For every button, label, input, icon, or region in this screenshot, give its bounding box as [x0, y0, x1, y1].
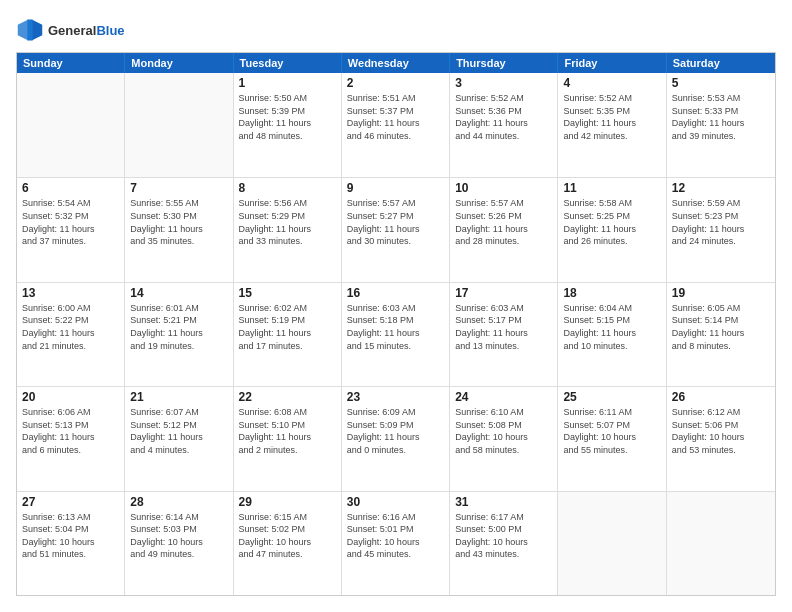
- day-number: 20: [22, 390, 119, 404]
- cell-info: Sunrise: 5:57 AM Sunset: 5:26 PM Dayligh…: [455, 197, 552, 247]
- calendar-row-2: 13Sunrise: 6:00 AM Sunset: 5:22 PM Dayli…: [17, 282, 775, 386]
- cell-info: Sunrise: 5:56 AM Sunset: 5:29 PM Dayligh…: [239, 197, 336, 247]
- cell-info: Sunrise: 6:15 AM Sunset: 5:02 PM Dayligh…: [239, 511, 336, 561]
- cell-info: Sunrise: 5:59 AM Sunset: 5:23 PM Dayligh…: [672, 197, 770, 247]
- day-number: 9: [347, 181, 444, 195]
- day-number: 6: [22, 181, 119, 195]
- calendar-cell: 2Sunrise: 5:51 AM Sunset: 5:37 PM Daylig…: [342, 73, 450, 177]
- calendar-cell: 11Sunrise: 5:58 AM Sunset: 5:25 PM Dayli…: [558, 178, 666, 281]
- day-number: 8: [239, 181, 336, 195]
- calendar-header: SundayMondayTuesdayWednesdayThursdayFrid…: [17, 53, 775, 73]
- calendar-cell: 9Sunrise: 5:57 AM Sunset: 5:27 PM Daylig…: [342, 178, 450, 281]
- calendar-cell: 16Sunrise: 6:03 AM Sunset: 5:18 PM Dayli…: [342, 283, 450, 386]
- day-number: 4: [563, 76, 660, 90]
- calendar-cell: 27Sunrise: 6:13 AM Sunset: 5:04 PM Dayli…: [17, 492, 125, 595]
- calendar-cell: 25Sunrise: 6:11 AM Sunset: 5:07 PM Dayli…: [558, 387, 666, 490]
- cell-info: Sunrise: 6:14 AM Sunset: 5:03 PM Dayligh…: [130, 511, 227, 561]
- header-day-tuesday: Tuesday: [234, 53, 342, 73]
- cell-info: Sunrise: 5:52 AM Sunset: 5:35 PM Dayligh…: [563, 92, 660, 142]
- cell-info: Sunrise: 6:07 AM Sunset: 5:12 PM Dayligh…: [130, 406, 227, 456]
- day-number: 26: [672, 390, 770, 404]
- header-day-thursday: Thursday: [450, 53, 558, 73]
- calendar-cell: 12Sunrise: 5:59 AM Sunset: 5:23 PM Dayli…: [667, 178, 775, 281]
- cell-info: Sunrise: 6:01 AM Sunset: 5:21 PM Dayligh…: [130, 302, 227, 352]
- page: GeneralBlue SundayMondayTuesdayWednesday…: [0, 0, 792, 612]
- calendar-cell: 17Sunrise: 6:03 AM Sunset: 5:17 PM Dayli…: [450, 283, 558, 386]
- calendar-row-0: 1Sunrise: 5:50 AM Sunset: 5:39 PM Daylig…: [17, 73, 775, 177]
- header: GeneralBlue: [16, 16, 776, 44]
- day-number: 18: [563, 286, 660, 300]
- cell-info: Sunrise: 6:00 AM Sunset: 5:22 PM Dayligh…: [22, 302, 119, 352]
- day-number: 17: [455, 286, 552, 300]
- cell-info: Sunrise: 6:02 AM Sunset: 5:19 PM Dayligh…: [239, 302, 336, 352]
- calendar-cell: 19Sunrise: 6:05 AM Sunset: 5:14 PM Dayli…: [667, 283, 775, 386]
- cell-info: Sunrise: 5:50 AM Sunset: 5:39 PM Dayligh…: [239, 92, 336, 142]
- calendar-cell: 3Sunrise: 5:52 AM Sunset: 5:36 PM Daylig…: [450, 73, 558, 177]
- cell-info: Sunrise: 6:03 AM Sunset: 5:18 PM Dayligh…: [347, 302, 444, 352]
- calendar-cell: 22Sunrise: 6:08 AM Sunset: 5:10 PM Dayli…: [234, 387, 342, 490]
- cell-info: Sunrise: 6:10 AM Sunset: 5:08 PM Dayligh…: [455, 406, 552, 456]
- calendar-cell: [558, 492, 666, 595]
- day-number: 24: [455, 390, 552, 404]
- logo-text: GeneralBlue: [48, 23, 125, 38]
- day-number: 19: [672, 286, 770, 300]
- cell-info: Sunrise: 5:53 AM Sunset: 5:33 PM Dayligh…: [672, 92, 770, 142]
- day-number: 13: [22, 286, 119, 300]
- day-number: 15: [239, 286, 336, 300]
- cell-info: Sunrise: 6:09 AM Sunset: 5:09 PM Dayligh…: [347, 406, 444, 456]
- day-number: 30: [347, 495, 444, 509]
- calendar-row-3: 20Sunrise: 6:06 AM Sunset: 5:13 PM Dayli…: [17, 386, 775, 490]
- calendar-cell: 15Sunrise: 6:02 AM Sunset: 5:19 PM Dayli…: [234, 283, 342, 386]
- cell-info: Sunrise: 5:54 AM Sunset: 5:32 PM Dayligh…: [22, 197, 119, 247]
- cell-info: Sunrise: 6:04 AM Sunset: 5:15 PM Dayligh…: [563, 302, 660, 352]
- calendar-cell: 26Sunrise: 6:12 AM Sunset: 5:06 PM Dayli…: [667, 387, 775, 490]
- calendar-cell: 21Sunrise: 6:07 AM Sunset: 5:12 PM Dayli…: [125, 387, 233, 490]
- day-number: 25: [563, 390, 660, 404]
- cell-info: Sunrise: 6:03 AM Sunset: 5:17 PM Dayligh…: [455, 302, 552, 352]
- calendar-cell: 14Sunrise: 6:01 AM Sunset: 5:21 PM Dayli…: [125, 283, 233, 386]
- svg-rect-3: [27, 20, 32, 41]
- calendar-cell: [125, 73, 233, 177]
- calendar-cell: 30Sunrise: 6:16 AM Sunset: 5:01 PM Dayli…: [342, 492, 450, 595]
- day-number: 7: [130, 181, 227, 195]
- logo-icon: [16, 16, 44, 44]
- day-number: 5: [672, 76, 770, 90]
- day-number: 3: [455, 76, 552, 90]
- calendar-row-1: 6Sunrise: 5:54 AM Sunset: 5:32 PM Daylig…: [17, 177, 775, 281]
- cell-info: Sunrise: 6:06 AM Sunset: 5:13 PM Dayligh…: [22, 406, 119, 456]
- cell-info: Sunrise: 5:57 AM Sunset: 5:27 PM Dayligh…: [347, 197, 444, 247]
- header-day-monday: Monday: [125, 53, 233, 73]
- cell-info: Sunrise: 5:51 AM Sunset: 5:37 PM Dayligh…: [347, 92, 444, 142]
- calendar-cell: 20Sunrise: 6:06 AM Sunset: 5:13 PM Dayli…: [17, 387, 125, 490]
- calendar-cell: [17, 73, 125, 177]
- calendar-cell: 6Sunrise: 5:54 AM Sunset: 5:32 PM Daylig…: [17, 178, 125, 281]
- cell-info: Sunrise: 6:11 AM Sunset: 5:07 PM Dayligh…: [563, 406, 660, 456]
- day-number: 10: [455, 181, 552, 195]
- day-number: 28: [130, 495, 227, 509]
- calendar-cell: 4Sunrise: 5:52 AM Sunset: 5:35 PM Daylig…: [558, 73, 666, 177]
- calendar-cell: 13Sunrise: 6:00 AM Sunset: 5:22 PM Dayli…: [17, 283, 125, 386]
- day-number: 16: [347, 286, 444, 300]
- calendar-cell: 31Sunrise: 6:17 AM Sunset: 5:00 PM Dayli…: [450, 492, 558, 595]
- calendar-cell: 18Sunrise: 6:04 AM Sunset: 5:15 PM Dayli…: [558, 283, 666, 386]
- day-number: 22: [239, 390, 336, 404]
- cell-info: Sunrise: 5:52 AM Sunset: 5:36 PM Dayligh…: [455, 92, 552, 142]
- cell-info: Sunrise: 5:58 AM Sunset: 5:25 PM Dayligh…: [563, 197, 660, 247]
- cell-info: Sunrise: 6:17 AM Sunset: 5:00 PM Dayligh…: [455, 511, 552, 561]
- calendar-cell: 1Sunrise: 5:50 AM Sunset: 5:39 PM Daylig…: [234, 73, 342, 177]
- calendar-cell: 28Sunrise: 6:14 AM Sunset: 5:03 PM Dayli…: [125, 492, 233, 595]
- cell-info: Sunrise: 5:55 AM Sunset: 5:30 PM Dayligh…: [130, 197, 227, 247]
- day-number: 31: [455, 495, 552, 509]
- day-number: 12: [672, 181, 770, 195]
- day-number: 29: [239, 495, 336, 509]
- day-number: 2: [347, 76, 444, 90]
- day-number: 1: [239, 76, 336, 90]
- day-number: 21: [130, 390, 227, 404]
- day-number: 11: [563, 181, 660, 195]
- cell-info: Sunrise: 6:05 AM Sunset: 5:14 PM Dayligh…: [672, 302, 770, 352]
- calendar-cell: 29Sunrise: 6:15 AM Sunset: 5:02 PM Dayli…: [234, 492, 342, 595]
- calendar-body: 1Sunrise: 5:50 AM Sunset: 5:39 PM Daylig…: [17, 73, 775, 595]
- day-number: 23: [347, 390, 444, 404]
- cell-info: Sunrise: 6:08 AM Sunset: 5:10 PM Dayligh…: [239, 406, 336, 456]
- header-day-sunday: Sunday: [17, 53, 125, 73]
